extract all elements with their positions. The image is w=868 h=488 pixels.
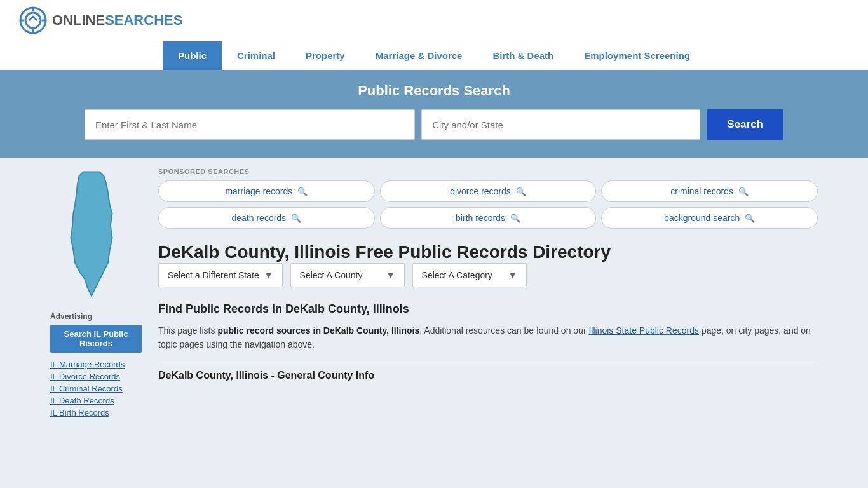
illinois-state-link[interactable]: Illinois State Public Records bbox=[588, 325, 699, 336]
state-dropdown-label: Select a Different State bbox=[168, 270, 259, 280]
sponsored-divorce-text: divorce records bbox=[450, 186, 511, 196]
logo-icon bbox=[19, 6, 47, 34]
sponsored-background-search[interactable]: background search 🔍 bbox=[601, 207, 818, 229]
nav-property[interactable]: Property bbox=[290, 41, 360, 70]
sidebar-link-death[interactable]: IL Death Records bbox=[50, 396, 114, 405]
category-dropdown-label: Select A Category bbox=[422, 270, 492, 280]
location-input[interactable] bbox=[421, 109, 700, 140]
search-button[interactable]: Search bbox=[707, 109, 783, 140]
search-icon-death: 🔍 bbox=[291, 214, 301, 223]
search-banner-title: Public Records Search bbox=[19, 83, 849, 99]
sponsored-criminal-text: criminal records bbox=[670, 186, 733, 196]
sidebar-links: IL Marriage Records IL Divorce Records I… bbox=[50, 359, 142, 417]
sponsored-criminal-records[interactable]: criminal records 🔍 bbox=[601, 180, 818, 202]
county-dropdown[interactable]: Select A County ▼ bbox=[290, 263, 405, 287]
content-wrapper: Advertising Search IL Public Records IL … bbox=[40, 158, 828, 430]
search-icon-birth: 🔍 bbox=[510, 214, 520, 223]
svg-point-1 bbox=[25, 13, 41, 28]
category-chevron-icon: ▼ bbox=[508, 270, 517, 280]
desc-bold: public record sources in DeKalb County, … bbox=[217, 325, 419, 336]
nav-marriage-divorce[interactable]: Marriage & Divorce bbox=[360, 41, 478, 70]
nav-birth-death[interactable]: Birth & Death bbox=[477, 41, 569, 70]
search-icon-background: 🔍 bbox=[745, 214, 755, 223]
sidebar-link-divorce[interactable]: IL Divorce Records bbox=[50, 372, 120, 381]
sponsored-birth-records[interactable]: birth records 🔍 bbox=[380, 207, 597, 229]
nav-criminal[interactable]: Criminal bbox=[222, 41, 290, 70]
main-nav: Public Criminal Property Marriage & Divo… bbox=[0, 41, 868, 70]
sponsored-background-text: background search bbox=[664, 213, 740, 223]
sidebar-link-birth[interactable]: IL Birth Records bbox=[50, 408, 109, 417]
search-banner: Public Records Search Search bbox=[0, 70, 868, 158]
logo[interactable]: ONLINESEARCHES bbox=[19, 6, 182, 34]
page-title-section: DeKalb County, Illinois Free Public Reco… bbox=[158, 241, 818, 263]
sponsored-death-records[interactable]: death records 🔍 bbox=[158, 207, 375, 229]
category-dropdown[interactable]: Select A Category ▼ bbox=[412, 263, 527, 287]
state-dropdown[interactable]: Select a Different State ▼ bbox=[158, 263, 283, 287]
name-input[interactable] bbox=[85, 109, 415, 140]
county-chevron-icon: ▼ bbox=[386, 270, 395, 280]
sidebar-link-marriage[interactable]: IL Marriage Records bbox=[50, 360, 125, 369]
sponsored-birth-text: birth records bbox=[456, 213, 505, 223]
state-chevron-icon: ▼ bbox=[264, 270, 273, 280]
illinois-map bbox=[50, 168, 133, 300]
desc-text-2: . Additional resources can be found on o… bbox=[419, 325, 588, 336]
search-icon-criminal: 🔍 bbox=[738, 187, 749, 196]
sponsored-grid: marriage records 🔍 divorce records 🔍 cri… bbox=[158, 180, 818, 229]
county-info-title: DeKalb County, Illinois - General County… bbox=[158, 362, 818, 381]
main-content: SPONSORED SEARCHES marriage records 🔍 di… bbox=[152, 168, 818, 419]
nav-employment[interactable]: Employment Screening bbox=[569, 41, 705, 70]
desc-text-1: This page lists bbox=[158, 325, 217, 336]
sponsored-marriage-records[interactable]: marriage records 🔍 bbox=[158, 180, 375, 202]
county-dropdown-label: Select A County bbox=[300, 270, 363, 280]
sidebar: Advertising Search IL Public Records IL … bbox=[50, 168, 152, 419]
sponsored-death-text: death records bbox=[232, 213, 287, 223]
search-icon-marriage: 🔍 bbox=[297, 187, 308, 196]
sponsored-label: SPONSORED SEARCHES bbox=[158, 168, 818, 175]
sidebar-link-criminal[interactable]: IL Criminal Records bbox=[50, 384, 123, 393]
logo-text: ONLINESEARCHES bbox=[52, 12, 182, 29]
header: ONLINESEARCHES bbox=[0, 0, 868, 41]
sponsored-marriage-text: marriage records bbox=[225, 186, 292, 196]
advertising-label: Advertising bbox=[50, 312, 142, 321]
nav-public[interactable]: Public bbox=[163, 41, 222, 70]
search-icon-divorce: 🔍 bbox=[516, 187, 526, 196]
sponsored-divorce-records[interactable]: divorce records 🔍 bbox=[380, 180, 597, 202]
find-records-desc: This page lists public record sources in… bbox=[158, 323, 818, 352]
search-form: Search bbox=[85, 109, 783, 140]
sidebar-ad-button[interactable]: Search IL Public Records bbox=[50, 325, 142, 353]
page-title: DeKalb County, Illinois Free Public Reco… bbox=[158, 241, 818, 263]
find-records-title: Find Public Records in DeKalb County, Il… bbox=[158, 302, 818, 316]
dropdowns-row: Select a Different State ▼ Select A Coun… bbox=[158, 263, 818, 287]
